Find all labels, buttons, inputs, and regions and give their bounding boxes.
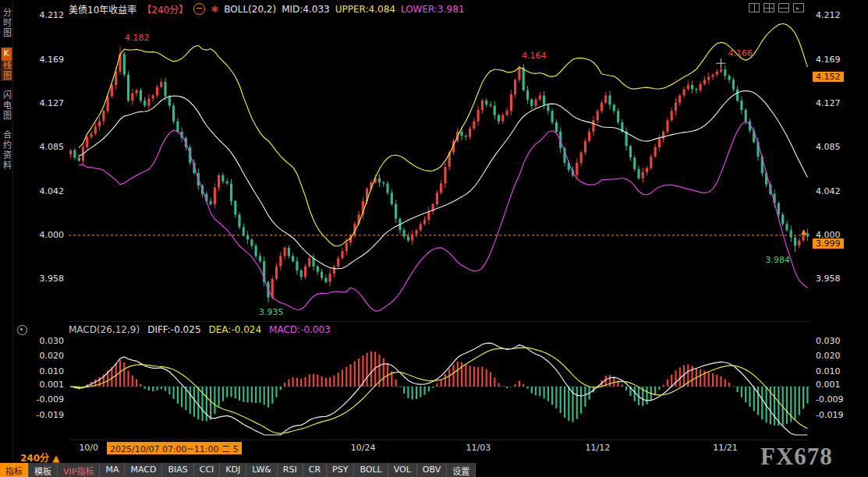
price-chart[interactable]: 4.1824.1644.1663.9353.984 [69, 9, 810, 321]
toolbar-tab[interactable]: MACD [125, 463, 162, 477]
price-annotation: 3.935 [259, 307, 284, 317]
price-axis-label: 4.212 [40, 10, 65, 20]
toolbar-tab[interactable]: 设置 [447, 463, 476, 477]
price-annotation: 4.182 [125, 33, 150, 43]
boll-lower-line [79, 122, 807, 311]
period-tag: 【240分】 [142, 2, 188, 16]
right-axis-highlight-value: 4.152 [813, 72, 844, 82]
collapse-pane-icon[interactable]: − [193, 3, 205, 15]
macd-axis-label: -0.019 [816, 410, 843, 420]
price-axis-label: 4.000 [40, 230, 65, 240]
macd-axis-label: 0.030 [816, 336, 841, 346]
candles [69, 47, 809, 303]
x-axis-label: 10/0 [79, 443, 98, 453]
period-label[interactable]: 240分 ▲ [20, 450, 59, 464]
bottom-toolbar: 指标模板VIP指标MAMACDBIASCCIKDJLW&RSICRPSYBOLL… [0, 463, 476, 477]
price-axis-label: 4.085 [816, 142, 841, 152]
boll-upper-line [79, 23, 807, 246]
toolbar-tab[interactable]: BOLL [354, 463, 388, 477]
boll-mid-value: MID:4.033 [282, 4, 330, 15]
x-axis-label: 11/12 [586, 443, 611, 453]
toolbar-tab[interactable]: MA [100, 463, 125, 477]
boll-label: BOLL(20,2) [224, 4, 276, 15]
toolbar-tab[interactable]: RSI [278, 463, 303, 477]
crosshair-marker [717, 58, 726, 68]
x-axis-label: 10/24 [351, 443, 376, 453]
price-axis-label: 4.127 [816, 98, 841, 108]
expand-panel-icon[interactable]: ▸ [793, 3, 804, 12]
macd-axis-label: 0.010 [40, 366, 65, 376]
toolbar-tab[interactable]: LW& [246, 463, 278, 477]
boll-upper-value: UPPER:4.084 [335, 4, 395, 15]
toolbar-tab[interactable]: VIP指标 [58, 463, 100, 477]
price-axis-label: 4.042 [816, 186, 841, 196]
current-price-box: 3.999 [813, 238, 844, 249]
toolbar-tab[interactable]: PSY [327, 463, 354, 477]
symbol-title: 美债10年收益率 [69, 2, 136, 16]
price-axis-label: 4.127 [40, 98, 65, 108]
pane-toggle-icon[interactable] [17, 325, 27, 335]
macd-axis-label: 0.020 [40, 351, 65, 361]
macd-histogram [71, 352, 808, 426]
price-annotation: 4.164 [522, 51, 547, 61]
left-sidebar: 分时图K线图闪电图合约资料 [0, 0, 13, 477]
period-dropdown-arrow-icon: ▲ [52, 453, 59, 464]
macd-hist-value: MACD:-0.003 [269, 324, 331, 335]
macd-diff-value: DIFF:-0.025 [147, 324, 200, 335]
price-axis-label: 3.958 [816, 274, 841, 284]
price-direction-arrow: ▲ [801, 228, 806, 235]
price-annotation: 4.166 [728, 48, 753, 58]
macd-axis-label: -0.009 [816, 394, 843, 405]
sidebar-tab[interactable]: 分时图 [1, 8, 12, 38]
toolbar-tab[interactable]: 模板 [29, 463, 58, 477]
price-axis-label: 4.212 [816, 10, 841, 20]
price-axis-label: 4.085 [40, 142, 65, 152]
pane-divider [69, 321, 810, 322]
layout-icons: ▸ [749, 3, 804, 12]
price-annotation: 3.984 [766, 255, 791, 265]
x-axis-divider [69, 440, 810, 440]
macd-axis-label: -0.009 [37, 394, 64, 405]
macd-axis-label: 0.001 [816, 380, 841, 390]
sidebar-tab[interactable]: 合约资料 [1, 130, 12, 171]
trading-app-window: 分时图K线图闪电图合约资料 美债10年收益率 【240分】 − ✱ BOLL(2… [0, 0, 868, 477]
toolbar-tab[interactable]: OBV [417, 463, 447, 477]
price-axis-label: 3.958 [40, 274, 65, 284]
sidebar-tab[interactable]: K线图 [1, 48, 12, 81]
boll-mid-line [79, 91, 807, 269]
x-axis-label: 11/21 [713, 443, 738, 453]
macd-axis-label: 0.001 [40, 380, 65, 390]
toolbar-tab[interactable]: BIAS [162, 463, 193, 477]
macd-legend: MACD(26,12,9) DIFF:-0.025 DEA:-0.024 MAC… [69, 324, 331, 335]
toolbar-tab[interactable]: 指标 [0, 463, 29, 477]
boll-lower-value: LOWER:3.981 [401, 4, 465, 15]
price-axis-label: 4.169 [816, 55, 841, 65]
split-vertical-layout-icon[interactable] [749, 3, 760, 12]
x-axis-label: 11/03 [466, 443, 491, 453]
indicator-settings-icon[interactable]: ✱ [211, 4, 218, 15]
price-axis-label: 4.042 [40, 186, 65, 196]
macd-axis-label: 0.030 [40, 336, 65, 346]
macd-axis-label: -0.019 [37, 410, 64, 420]
grid-layout-icon[interactable] [763, 3, 774, 12]
sidebar-tab[interactable]: 闪电图 [1, 90, 12, 121]
macd-name-label: MACD(26,12,9) [69, 324, 140, 335]
price-axis-left: 4.2124.1694.1274.0854.0424.0003.9580.030… [12, 0, 66, 477]
chart-legend: 美债10年收益率 【240分】 − ✱ BOLL(20,2) MID:4.033… [69, 2, 464, 16]
macd-chart[interactable] [69, 326, 810, 441]
macd-axis-label: 0.010 [816, 366, 841, 376]
price-axis-label: 4.169 [40, 55, 65, 65]
toolbar-tab[interactable]: VOL [388, 463, 417, 477]
bar-info-box: 2025/10/07 07:00~11:00 二 5 [107, 442, 242, 454]
watermark: FX678 [760, 443, 833, 471]
macd-dea-value: DEA:-0.024 [209, 324, 262, 335]
period-text: 240分 [20, 453, 49, 464]
macd-axis-label: 0.020 [816, 351, 841, 361]
toolbar-tab[interactable]: CCI [194, 463, 221, 477]
toolbar-tab[interactable]: CR [303, 463, 327, 477]
split-horizontal-layout-icon[interactable] [778, 3, 789, 12]
toolbar-tab[interactable]: KDJ [220, 463, 246, 477]
